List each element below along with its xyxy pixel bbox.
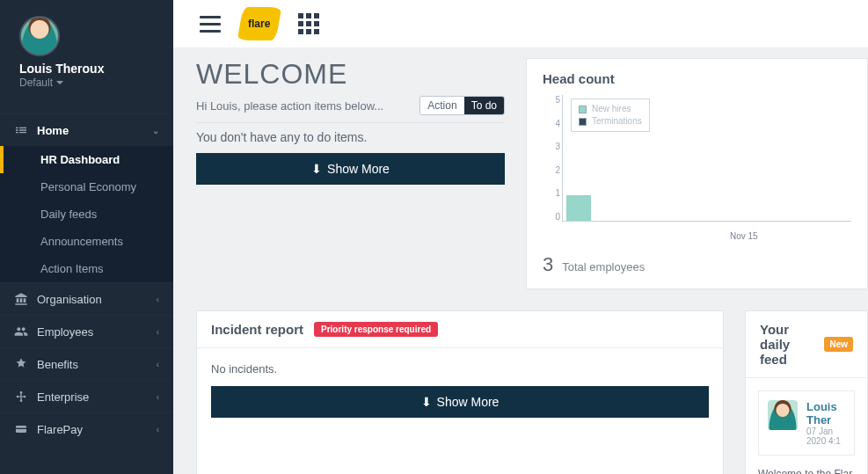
legend-terminations: Terminations [592,115,642,128]
nav-flarepay-label: FlarePay [37,423,148,436]
incident-title: Incident report [211,322,303,337]
chevron-down-icon: ⌄ [152,126,159,135]
organisation-icon [14,292,28,306]
total-employees-label: Total employees [562,260,645,273]
menu-toggle[interactable] [200,16,221,33]
chevron-left-icon: ‹ [157,425,159,434]
benefits-icon [14,357,28,371]
feed-panel: Your daily feed New Louis Ther 07 Jan 20… [745,310,868,474]
dashboard-icon [14,123,28,137]
show-more-todo-button[interactable]: ⬇ Show More [196,153,505,185]
show-more-incident-button[interactable]: ⬇ Show More [211,386,709,418]
feed-post[interactable]: Louis Ther 07 Jan 2020 4:1 [758,390,855,456]
nav-employees-label: Employees [37,325,148,339]
page-title: WELCOME [196,58,505,91]
y-tick: 3 [548,142,560,151]
x-tick: Nov 15 [730,231,758,241]
employees-icon [14,325,28,339]
post-time: 07 Jan 2020 4:1 [806,427,845,446]
post-avatar [768,400,798,430]
headcount-title: Head count [543,71,851,86]
nav-home-label: Home [37,124,143,137]
total-employees-number: 3 [543,253,553,276]
download-icon: ⬇ [421,395,432,409]
chevron-left-icon: ‹ [157,295,159,304]
nav-flarepay[interactable]: FlarePay ‹ [0,412,173,445]
nav-home-submenu: HR Dashboard Personal Economy Daily feed… [0,146,173,282]
feed-new-badge: New [824,337,853,352]
chevron-left-icon: ‹ [157,360,159,369]
welcome-card: WELCOME Hi Louis, please action items be… [196,58,505,185]
y-tick: 2 [548,165,560,175]
enterprise-icon [14,390,28,404]
brand-text: flare [248,18,270,30]
sidebar-item-announcements[interactable]: Announcements [0,228,173,255]
caret-down-icon [56,81,63,84]
nav-enterprise-label: Enterprise [37,390,148,404]
sidebar-item-daily-feeds[interactable]: Daily feeds [0,201,173,228]
user-role-toggle[interactable]: Default [19,77,63,89]
bar-new-hires [566,195,591,221]
y-tick: 5 [548,95,560,105]
action-filter[interactable]: Action To do [419,96,505,115]
post-text: Welcome to the Flar [758,468,855,474]
show-more-label: Show More [327,162,390,176]
headcount-chart: 5 4 3 2 1 0 New hires Terminations [548,95,851,244]
chevron-left-icon: ‹ [157,392,159,402]
legend-new-hires: New hires [592,103,631,115]
nav-benefits-label: Benefits [37,358,148,371]
content: WELCOME Hi Louis, please action items be… [173,47,868,474]
sidebar: Louis Theroux Default Home ⌄ HR Dashboar… [0,0,173,474]
nav-home[interactable]: Home ⌄ [0,113,173,146]
nav-organisation-label: Organisation [37,293,148,306]
nav-benefits[interactable]: Benefits ‹ [0,347,173,380]
chart-y-axis: 5 4 3 2 1 0 [548,95,560,222]
y-tick: 1 [548,188,560,198]
sidebar-item-personal-economy[interactable]: Personal Economy [0,173,173,201]
sidebar-item-hr-dashboard[interactable]: HR Dashboard [0,146,173,173]
nav: Home ⌄ HR Dashboard Personal Economy Dai… [0,113,173,445]
greeting-text: Hi Louis, please action items below... [196,99,383,113]
apps-grid-icon[interactable] [298,13,319,34]
profile-block: Louis Theroux Default [0,0,173,98]
incident-panel: Incident report Priority response requir… [196,310,724,474]
show-more-label: Show More [437,395,500,409]
user-name: Louis Theroux [19,62,161,76]
topbar: flare [173,0,868,47]
nav-enterprise[interactable]: Enterprise ‹ [0,380,173,412]
flarepay-icon [14,422,28,436]
nav-employees[interactable]: Employees ‹ [0,315,173,347]
brand-logo[interactable]: flare [237,7,282,40]
headcount-panel: Head count 5 4 3 2 1 0 [526,58,868,289]
user-role-label: Default [19,77,53,89]
user-avatar[interactable] [19,16,60,56]
incident-empty: No incidents. [211,362,709,376]
sidebar-item-action-items[interactable]: Action Items [0,255,173,282]
action-filter-label: Action [420,97,463,114]
chevron-left-icon: ‹ [157,327,159,337]
chart-legend: New hires Terminations [571,98,650,132]
post-author: Louis Ther [806,400,845,427]
action-filter-value: To do [464,97,504,114]
download-icon: ⬇ [311,162,322,176]
main-area: flare WELCOME Hi Louis, please action it… [173,0,868,474]
svg-rect-5 [16,428,26,429]
feed-title: Your daily feed [760,322,813,367]
incident-priority-badge: Priority response required [314,322,438,337]
y-tick: 0 [548,212,560,222]
todo-empty: You don't have any to do items. [196,122,505,144]
nav-organisation[interactable]: Organisation ‹ [0,282,173,315]
y-tick: 4 [548,119,560,128]
